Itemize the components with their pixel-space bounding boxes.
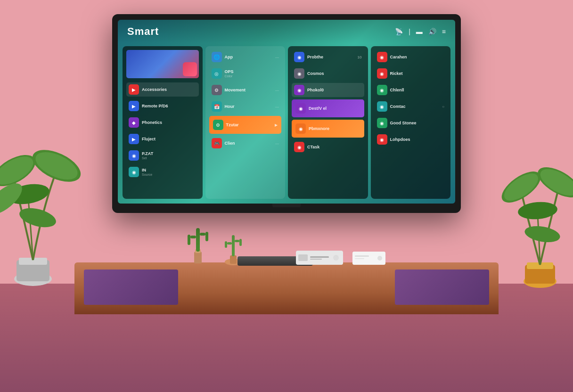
tv-frame: Smart 📡 | ▬ 🔊 ≡ [112, 14, 461, 213]
panel4-icon-1: ◉ [377, 52, 387, 62]
panel4-item-1[interactable]: ◉ Carahen [375, 50, 447, 64]
tv-panel-2: 🌐 App — ◎ OPS Color [205, 46, 286, 199]
panel1-icon-2: ▶ [129, 101, 139, 111]
tv-content-grid: ▶ Accessories ▶ Remote P/D6 [118, 43, 455, 204]
panel3-icon-5: ◉ [295, 123, 306, 134]
svg-point-37 [333, 255, 339, 261]
panel4-item-3[interactable]: ◉ Chlenll [375, 83, 447, 97]
panel3-text-6: CTask [307, 145, 319, 150]
panel1-item-6[interactable]: ◉ IN Source [126, 165, 199, 179]
panel2-icon-2: ◎ [212, 68, 222, 79]
credenza-door-right [395, 270, 489, 305]
display-icon[interactable]: ▬ [416, 28, 423, 35]
svg-rect-35 [310, 256, 329, 258]
svg-rect-34 [298, 254, 308, 261]
panel1-item-3[interactable]: ◆ Phonetics [126, 115, 199, 130]
svg-rect-22 [200, 233, 205, 236]
plant-cactus-1 [184, 219, 212, 266]
panel3-item-4[interactable]: ◉ Dest/V el [292, 99, 364, 117]
svg-rect-30 [239, 239, 242, 246]
panel4-icon-3: ◉ [377, 85, 387, 95]
svg-rect-27 [230, 255, 237, 264]
panel2-item-4[interactable]: 📅 Hour — [209, 99, 282, 114]
panel4-icon-4: ◉ [377, 101, 387, 112]
panel1-text-5: P.ZAT Set [142, 151, 153, 160]
panel2-item-1[interactable]: 🌐 App — [209, 50, 282, 64]
panel2-item-3[interactable]: ⚙ Movement — [209, 83, 282, 97]
panel3-item-2[interactable]: ◉ Cosmos [292, 66, 364, 81]
tv-screen: Smart 📡 | ▬ 🔊 ≡ [118, 20, 455, 204]
plant-large-right [498, 149, 573, 291]
panel1-item-5[interactable]: ◉ P.ZAT Set [126, 148, 199, 163]
panel1-icon-3: ◆ [129, 117, 139, 128]
panel3-item-1[interactable]: ◉ Probthe 10 [292, 50, 364, 64]
panel1-icon-6: ◉ [129, 167, 139, 177]
tv-panel-1: ▶ Accessories ▶ Remote P/D6 [123, 46, 203, 199]
panel2-icon-4: 📅 [212, 101, 222, 112]
svg-point-41 [377, 256, 382, 261]
panel4-text-5: Good Stonee [390, 121, 417, 126]
volume-icon[interactable]: 🔊 [428, 28, 436, 35]
panel3-icon-1: ◉ [294, 52, 304, 62]
panel1-text-4: Fluject [142, 137, 156, 142]
panel2-text-5: Tzutar [226, 122, 239, 128]
svg-point-8 [17, 204, 58, 230]
panel2-arrow-4: — [275, 105, 279, 109]
panel3-text-5: Pbmxnore [309, 126, 329, 131]
svg-rect-39 [355, 255, 369, 257]
plant-large-left [0, 123, 80, 288]
panel1-item-2[interactable]: ▶ Remote P/D6 [126, 99, 199, 113]
panel1-text-6: IN Source [142, 168, 152, 176]
panel4-text-2: Ricket [390, 71, 403, 76]
panel1-text-2: Remote P/D6 [142, 104, 168, 109]
panel3-text-1: Probthe [307, 55, 323, 60]
svg-rect-29 [235, 240, 239, 242]
svg-rect-24 [190, 236, 196, 238]
panel3-item-6[interactable]: ◉ CTask [292, 140, 364, 154]
tv-stand-bottom [272, 204, 301, 207]
panel3-val-1: 10 [358, 55, 362, 59]
svg-rect-32 [225, 241, 227, 248]
credenza-door-left [84, 270, 178, 305]
svg-rect-28 [232, 235, 235, 256]
signal-icon: | [409, 28, 410, 35]
panel2-arrow-3: — [275, 88, 279, 92]
panel4-item-5[interactable]: ◉ Good Stonee [375, 116, 447, 130]
tv-panel-3: ◉ Probthe 10 ◉ Cosmos [288, 46, 368, 199]
tv-ui: Smart 📡 | ▬ 🔊 ≡ [118, 20, 455, 204]
panel4-item-4[interactable]: ◉ Comtac ○ [375, 99, 447, 114]
panel4-item-2[interactable]: ◉ Ricket [375, 66, 447, 81]
panel3-item-3[interactable]: ◉ Phokol0 [292, 83, 364, 97]
panel1-text-3: Phonetics [142, 120, 162, 125]
panel1-item-1[interactable]: ▶ Accessories [126, 82, 199, 97]
panel2-icon-3: ⚙ [212, 85, 222, 95]
panel2-arrow-1: — [275, 55, 279, 59]
panel3-item-5[interactable]: ◉ Pbmxnore [292, 120, 364, 138]
panel3-text-3: Phokol0 [307, 88, 324, 93]
panel4-text-6: Lohpdoes [390, 137, 410, 142]
media-player-device [296, 251, 343, 265]
panel2-item-2[interactable]: ◎ OPS Color [209, 66, 282, 81]
svg-rect-31 [227, 242, 232, 245]
panel2-text-2: OPS Color [225, 69, 234, 78]
panel4-text-3: Chlenll [390, 88, 404, 93]
panel3-text-4: Dest/V el [309, 106, 327, 111]
panel1-text-1: Accessories [142, 87, 167, 92]
panel2-icon-6: 🎮 [212, 138, 222, 148]
antenna-icon[interactable]: 📡 [395, 28, 403, 35]
panel4-item-6[interactable]: ◉ Lohpdoes [375, 132, 447, 147]
panel2-item-5[interactable]: ⚙ Tzutar ▶ [209, 116, 282, 134]
tv-header: Smart 📡 | ▬ 🔊 ≡ [118, 20, 455, 43]
panel2-text-4: Hour [225, 104, 235, 109]
panel1-item-4[interactable]: ▶ Fluject [126, 132, 199, 146]
panel4-icon-2: ◉ [377, 68, 387, 79]
panel2-text-6: Clien [225, 141, 235, 146]
menu-icon[interactable]: ≡ [442, 28, 446, 35]
panel2-item-6[interactable]: 🎮 Clien — [209, 136, 282, 150]
panel3-icon-3: ◉ [294, 85, 304, 95]
panel1-icon-1: ▶ [129, 84, 139, 95]
credenza [74, 262, 499, 314]
svg-rect-25 [188, 235, 190, 245]
tv-panel-4: ◉ Carahen ◉ Ricket ◉ [371, 46, 451, 199]
panel3-icon-4: ◉ [295, 103, 306, 114]
